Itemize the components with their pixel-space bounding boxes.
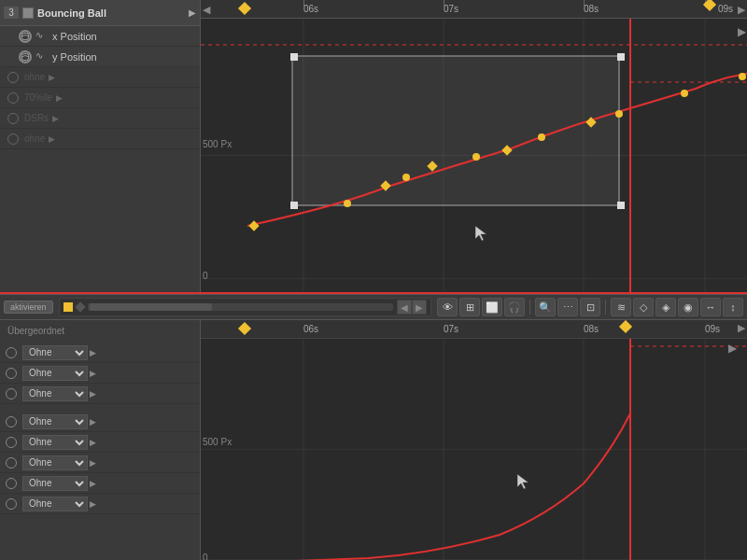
bottom-ruler-06s: 06s xyxy=(303,324,318,334)
curve-btn[interactable]: ≋ xyxy=(611,298,631,316)
bottom-select-6[interactable]: Ohne xyxy=(22,455,88,470)
svg-point-22 xyxy=(538,133,545,141)
empty-label-2: 70%ile xyxy=(24,92,52,103)
snap2-btn[interactable]: ⊡ xyxy=(580,298,600,316)
svg-rect-7 xyxy=(292,56,619,205)
ruler-left-arrow[interactable]: ◀ xyxy=(203,3,210,15)
bottom-arrow-3: ▶ xyxy=(90,389,96,399)
svg-point-19 xyxy=(344,200,351,207)
timeline-start-marker xyxy=(238,2,251,15)
bottom-row-7[interactable]: Ohne ▶ xyxy=(0,473,200,494)
bottom-select-8[interactable]: Ohne xyxy=(22,497,88,511)
circle-1 xyxy=(7,72,19,83)
layer-expand-icon[interactable]: ▶ xyxy=(189,7,196,18)
move2-btn[interactable]: ◈ xyxy=(655,298,676,316)
graph-area-bottom[interactable]: 06s 07s 08s 09s ▶ xyxy=(201,320,747,560)
eye-btn[interactable]: 👁 xyxy=(437,298,458,316)
expand-1: ▶ xyxy=(49,73,55,82)
bottom-select-3[interactable]: Ohne xyxy=(22,386,88,401)
x-curve-icon: ∿ xyxy=(35,30,49,43)
select-btn[interactable]: ⬜ xyxy=(482,298,502,316)
svg-rect-11 xyxy=(290,202,298,209)
layer-number: 3 xyxy=(4,7,19,19)
expand-3: ▶ xyxy=(52,114,59,123)
timeline-diamond xyxy=(75,301,85,312)
bottom-y-label-0: 0 xyxy=(203,553,208,560)
bottom-left-panel: Übergeordnet Ohne ▶ Ohne ▶ Ohne ▶ xyxy=(0,320,201,560)
svg-rect-12 xyxy=(617,202,625,209)
bottom-circle-5 xyxy=(6,437,17,448)
svg-rect-9 xyxy=(290,53,298,61)
aktivieren-button[interactable]: aktivieren xyxy=(4,301,53,314)
bottom-row-1[interactable]: Ohne ▶ xyxy=(0,343,200,363)
empty-label-3: DSRs xyxy=(24,113,49,123)
bottom-row-6[interactable]: Ohne ▶ xyxy=(0,453,200,473)
arr1-btn[interactable]: ↔ xyxy=(700,298,721,316)
graph-area-top[interactable]: 06s 07s 08s 09s ◀ ▶ xyxy=(201,0,747,292)
property-icon-x xyxy=(19,30,32,43)
ruler-08s: 08s xyxy=(584,0,599,18)
bottom-arrow-8: ▶ xyxy=(90,499,96,509)
svg-rect-10 xyxy=(617,53,625,61)
graph-canvas-bottom[interactable]: ▶ 500 Px 0 xyxy=(201,339,747,560)
y-label-0: 0 xyxy=(203,271,208,281)
arr2-btn[interactable]: ↕ xyxy=(723,298,743,316)
bottom-row-5[interactable]: Ohne ▶ xyxy=(0,432,200,453)
svg-point-23 xyxy=(615,110,623,118)
ruler-06s: 06s xyxy=(303,0,318,18)
bottom-select-2[interactable]: Ohne xyxy=(22,366,88,381)
svg-text:▶: ▶ xyxy=(728,342,738,355)
x-position-label: x Position xyxy=(52,31,97,42)
scroll-left-btn[interactable]: ◀ xyxy=(397,300,412,315)
bottom-select-4[interactable]: Ohne xyxy=(22,414,88,429)
move3-btn[interactable]: ◉ xyxy=(678,298,698,316)
audio-btn[interactable]: 🎧 xyxy=(504,298,525,316)
row-spacer xyxy=(0,404,200,412)
circle-4 xyxy=(7,133,19,145)
ruler-07s: 07s xyxy=(444,0,458,18)
sep2 xyxy=(605,300,606,315)
snap1-btn[interactable]: ⋯ xyxy=(557,298,578,316)
move1-btn[interactable]: ◇ xyxy=(633,298,654,316)
expand-4: ▶ xyxy=(49,134,55,144)
y-label-500: 500 Px xyxy=(203,139,232,149)
bottom-arrow-4: ▶ xyxy=(90,417,96,427)
grid-svg: ▶ xyxy=(201,19,747,292)
bottom-row-3[interactable]: Ohne ▶ xyxy=(0,384,200,404)
property-row-x[interactable]: ∿ x Position xyxy=(0,26,200,47)
bottom-circle-6 xyxy=(6,457,17,469)
bottom-ruler-right-arrow[interactable]: ▶ xyxy=(738,322,745,334)
bottom-circle-4 xyxy=(6,416,17,427)
layer-color-box xyxy=(22,7,34,19)
bottom-select-5[interactable]: Ohne xyxy=(22,435,88,450)
svg-text:▶: ▶ xyxy=(738,25,747,38)
bottom-row-4[interactable]: Ohne ▶ xyxy=(0,412,200,432)
bottom-row-8[interactable]: Ohne ▶ xyxy=(0,494,200,514)
layer-header[interactable]: 3 Bouncing Ball ▶ xyxy=(0,0,200,26)
zoom-btn[interactable]: 🔍 xyxy=(535,298,556,316)
empty-row-2: 70%ile ▶ xyxy=(0,88,200,108)
scroll-thumb xyxy=(90,303,212,311)
bottom-row-2[interactable]: Ohne ▶ xyxy=(0,363,200,384)
ruler-right-arrow[interactable]: ▶ xyxy=(738,3,745,15)
timeline-marker xyxy=(63,302,73,312)
bottom-panel-label: Übergeordnet xyxy=(0,324,200,343)
bottom-select-7[interactable]: Ohne xyxy=(22,476,88,491)
svg-point-21 xyxy=(472,153,480,161)
graph-canvas-top[interactable]: ▶ 500 Px 0 xyxy=(201,19,747,292)
empty-row-1: ohne ▶ xyxy=(0,67,200,88)
scroll-right-btn[interactable]: ▶ xyxy=(412,300,427,315)
bottom-circle-3 xyxy=(6,388,17,399)
property-row-y[interactable]: ∿ y Position xyxy=(0,47,200,67)
empty-label-4: ohne xyxy=(24,133,45,144)
bottom-ruler-08s: 08s xyxy=(584,324,599,334)
sep1 xyxy=(529,300,530,315)
expand-2: ▶ xyxy=(56,93,63,103)
empty-row-3: DSRs ▶ xyxy=(0,108,200,129)
bottom-select-1[interactable]: Ohne xyxy=(22,345,88,360)
grid-btn[interactable]: ⊞ xyxy=(459,298,480,316)
svg-point-24 xyxy=(681,90,688,97)
empty-label-1: ohne xyxy=(24,72,45,82)
scroll-track[interactable] xyxy=(88,303,393,311)
timeline-scroll[interactable]: ◀ ▶ xyxy=(59,298,431,316)
